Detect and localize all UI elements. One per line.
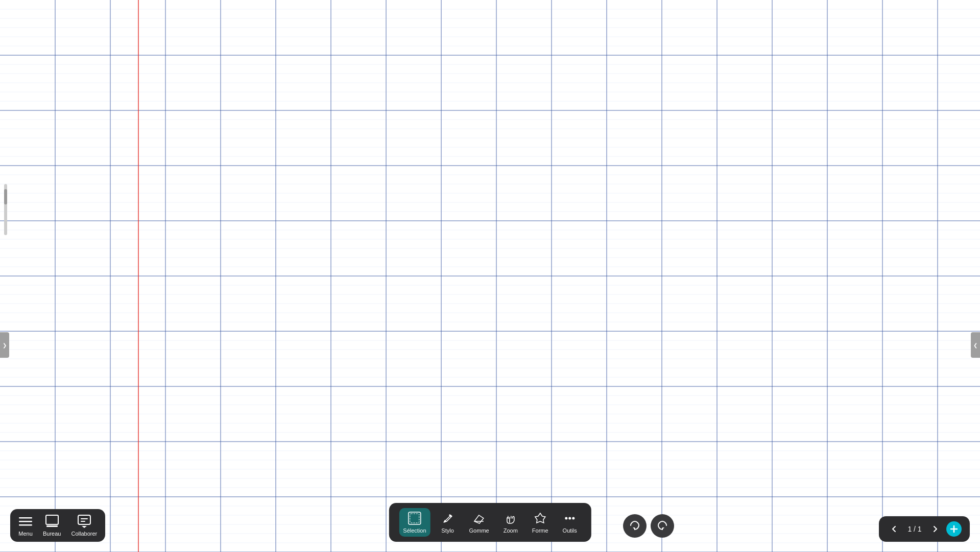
outils-tool[interactable]: Outils	[559, 508, 581, 537]
page-counter: 1 / 1	[905, 525, 924, 533]
forme-icon	[533, 511, 547, 525]
toolbar-right: 1 / 1	[879, 516, 970, 542]
menu-label: Menu	[18, 531, 33, 537]
collaborer-label: Collaborer	[71, 531, 97, 537]
svg-rect-84	[19, 524, 32, 526]
prev-page-button[interactable]	[887, 522, 901, 536]
svg-rect-82	[19, 517, 32, 519]
zoom-label: Zoom	[504, 527, 518, 534]
forme-tool[interactable]: Forme	[528, 508, 553, 537]
undo-redo-group	[623, 514, 674, 538]
right-panel-handle[interactable]	[971, 332, 980, 358]
selection-icon	[408, 511, 422, 525]
selection-label: Sélection	[403, 527, 426, 534]
grid-background	[0, 0, 980, 552]
outils-label: Outils	[563, 527, 577, 534]
svg-rect-91	[410, 514, 419, 523]
svg-rect-85	[46, 515, 58, 524]
bureau-button[interactable]: Bureau	[43, 514, 61, 537]
svg-point-93	[565, 517, 567, 520]
toolbar-center: Sélection Stylo Gomme Z	[389, 503, 591, 542]
zoom-icon	[504, 511, 518, 525]
svg-rect-87	[78, 515, 90, 524]
bureau-icon	[45, 514, 59, 528]
next-page-button[interactable]	[928, 522, 942, 536]
forme-label: Forme	[532, 527, 548, 534]
stylo-tool[interactable]: Stylo	[437, 508, 459, 537]
canvas-area[interactable]	[0, 0, 980, 552]
gomme-icon	[472, 511, 486, 525]
gomme-label: Gomme	[469, 527, 489, 534]
svg-rect-88	[81, 518, 88, 519]
svg-rect-86	[46, 525, 58, 527]
stylo-icon	[441, 511, 455, 525]
gomme-tool[interactable]: Gomme	[465, 508, 493, 537]
left-scrollbar[interactable]	[4, 184, 7, 235]
bureau-label: Bureau	[43, 531, 61, 537]
svg-rect-83	[19, 521, 32, 522]
add-page-button[interactable]	[946, 521, 962, 537]
redo-button[interactable]	[651, 514, 674, 538]
selection-tool[interactable]: Sélection	[399, 508, 430, 537]
toolbar-left: Menu Bureau Collaborer	[10, 509, 105, 542]
menu-icon	[18, 514, 33, 528]
svg-rect-89	[81, 521, 85, 522]
undo-button[interactable]	[623, 514, 647, 538]
zoom-tool[interactable]: Zoom	[499, 508, 522, 537]
menu-button[interactable]: Menu	[18, 514, 33, 537]
stylo-label: Stylo	[441, 527, 453, 534]
left-panel-handle[interactable]	[0, 332, 9, 358]
outils-icon	[563, 511, 577, 525]
collaborer-button[interactable]: Collaborer	[71, 514, 97, 537]
collaborer-icon	[77, 514, 91, 528]
svg-point-95	[572, 517, 575, 520]
svg-point-94	[568, 517, 571, 520]
scrollbar-thumb	[4, 189, 7, 204]
